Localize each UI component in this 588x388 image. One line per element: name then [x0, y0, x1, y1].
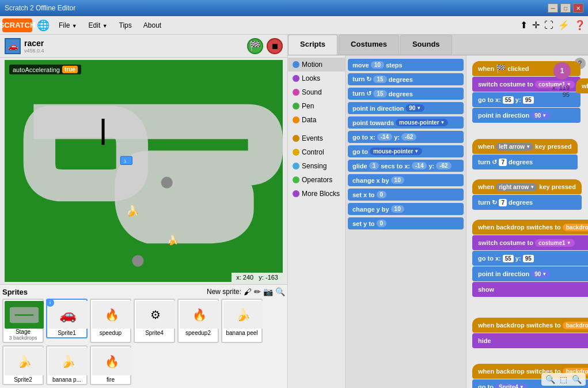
change-x-input[interactable]: 10 — [391, 176, 404, 184]
when-backdrop1-block[interactable]: when backdrop switches to backdrop1 — [472, 220, 588, 235]
green-flag-button[interactable]: 🏁 — [247, 38, 263, 54]
turn-cw-7-val[interactable]: 7 — [499, 199, 507, 206]
upload-icon[interactable]: ⬆ — [520, 20, 528, 31]
move-input[interactable]: 10 — [371, 61, 384, 69]
close-button[interactable]: ✕ — [573, 3, 583, 13]
fullscreen-icon[interactable]: ⛶ — [544, 20, 553, 31]
glide-block[interactable]: glide 1 secs to x: -14 y: -62 — [348, 160, 464, 172]
glide-x-input[interactable]: -14 — [412, 162, 427, 169]
search-sprite-button[interactable]: 🔍 — [275, 287, 285, 296]
cat-motion[interactable]: Motion — [288, 58, 345, 71]
turn-cw-input[interactable]: 15 — [373, 76, 386, 83]
turn-cw-7-block[interactable]: turn ↻ 7 degrees — [472, 195, 582, 210]
point-direction-block[interactable]: point in direction 90 — [348, 102, 464, 114]
banana-peel-thumb[interactable]: 🍌 banana peel — [221, 299, 263, 343]
maximize-button[interactable]: □ — [560, 3, 571, 13]
goto-dropdown[interactable]: mouse-pointer — [370, 148, 422, 155]
goto-y-val-1[interactable]: 95 — [523, 96, 534, 104]
change-x-block[interactable]: change x by 10 — [348, 174, 464, 186]
goto-y-val-4[interactable]: 95 — [523, 255, 534, 262]
camera-sprite-button[interactable]: 📷 — [263, 287, 273, 296]
left-arrow-key[interactable]: left arrow — [496, 143, 533, 150]
about-menu[interactable]: About — [139, 20, 166, 31]
show-block[interactable]: show — [472, 282, 588, 297]
file-menu[interactable]: File ▼ — [54, 20, 82, 31]
point-towards-block[interactable]: point towards mouse-pointer — [348, 116, 464, 129]
set-y-block[interactable]: set y to 0 — [348, 217, 464, 229]
cat-looks[interactable]: Looks — [288, 71, 345, 85]
minimize-button[interactable]: ─ — [548, 3, 558, 13]
backdrop2-dropdown[interactable]: backdrop2 — [563, 322, 588, 329]
set-y-input[interactable]: 0 — [377, 220, 387, 227]
move-block[interactable]: move 10 steps — [348, 59, 464, 71]
turn-cw-block[interactable]: turn ↻ 15 degrees — [348, 73, 464, 85]
switch-costume-label-1: switch costume to — [478, 81, 533, 88]
tab-sounds[interactable]: Sounds — [400, 35, 452, 55]
goto-x-val-1[interactable]: 55 — [503, 96, 514, 104]
turn-ccw-7-block[interactable]: turn ↺ 7 degrees — [472, 155, 578, 169]
cat-operators[interactable]: Operators — [288, 173, 345, 187]
hide-block[interactable]: hide — [472, 333, 588, 348]
zoom-in-button[interactable]: 🔍 — [570, 374, 583, 385]
when-left-arrow-block[interactable]: when left arrow key pressed — [472, 139, 578, 154]
point-dir-dropdown-4[interactable]: 90 — [531, 270, 550, 278]
cat-sound[interactable]: Sound — [288, 85, 345, 99]
cat-data[interactable]: Data — [288, 113, 345, 127]
right-arrow-key[interactable]: right arrow — [496, 183, 537, 191]
globe-icon[interactable]: 🌐 — [37, 19, 50, 32]
when-down-arrow-block[interactable]: when down arr — [576, 78, 588, 93]
point-towards-dropdown[interactable]: mouse-pointer — [396, 119, 448, 126]
help-icon[interactable]: ❓ — [574, 20, 586, 31]
cat-pen[interactable]: Pen — [288, 99, 345, 113]
cat-sensing[interactable]: Sensing — [288, 159, 345, 173]
point-dir-4-block[interactable]: point in direction 90 — [472, 266, 588, 281]
turn-ccw-7-val[interactable]: 7 — [499, 159, 507, 166]
turn-ccw-block[interactable]: turn ↺ 15 degrees — [348, 88, 464, 100]
tab-scripts[interactable]: Scripts — [288, 35, 337, 55]
zoom-out-button[interactable]: 🔍 — [544, 374, 557, 385]
point-dir-dropdown[interactable]: 90 — [405, 104, 424, 112]
banana-p-thumb[interactable]: 🍌 banana p... — [46, 345, 88, 385]
switch-costume-4-block[interactable]: switch costume to costume1 — [472, 235, 588, 250]
point-dir-1-block[interactable]: point in direction 90 — [472, 108, 581, 123]
set-x-block[interactable]: set x to 0 — [348, 189, 464, 201]
turn-ccw-input[interactable]: 15 — [373, 90, 386, 97]
change-y-input[interactable]: 10 — [391, 205, 404, 213]
goto-y-input[interactable]: -62 — [401, 133, 416, 141]
paint-sprite-button[interactable]: 🖌 — [244, 287, 252, 296]
backdrop1-dropdown[interactable]: backdrop1 — [563, 224, 588, 231]
sprite4-dropdown[interactable]: Sprite4 — [495, 383, 528, 389]
zoom-reset-button[interactable]: ⬚ — [558, 374, 569, 385]
when-right-arrow-block[interactable]: when right arrow key pressed — [472, 179, 582, 194]
speedup-thumb[interactable]: 🔥 speedup — [90, 299, 131, 343]
glide-secs-input[interactable]: 1 — [369, 162, 380, 169]
speedup2-thumb[interactable]: 🔥 speedup2 — [177, 299, 219, 343]
cat-control[interactable]: Control — [288, 145, 345, 159]
costume1-dropdown-4[interactable]: costume1 — [535, 239, 575, 247]
edit-menu[interactable]: Edit ▼ — [84, 20, 112, 31]
sprite2-thumb[interactable]: 🍌 Sprite2 — [2, 345, 44, 385]
cat-looks-label: Looks — [302, 74, 320, 82]
point-dir-dropdown-1[interactable]: 90 — [531, 112, 550, 119]
stop-button[interactable]: ⏹ — [267, 38, 283, 54]
cat-events[interactable]: Events — [288, 131, 345, 145]
set-x-input[interactable]: 0 — [377, 191, 387, 198]
stage-thumb[interactable]: Stage 3 backdrops — [2, 299, 44, 343]
upload-sprite-button[interactable]: ✏ — [254, 287, 261, 296]
when-backdrop2-block[interactable]: when backdrop switches to backdrop2 — [472, 318, 588, 333]
tab-costumes[interactable]: Costumes — [339, 35, 399, 55]
goto-x-val-4[interactable]: 55 — [503, 255, 514, 262]
tips-menu[interactable]: Tips — [115, 20, 136, 31]
goto-xy-block[interactable]: go to x: -14 y: -62 — [348, 131, 464, 143]
sprite4-thumb[interactable]: ⚙ Sprite4 — [134, 299, 175, 343]
goto-xy-4-block[interactable]: go to x: 55 y: 95 — [472, 251, 588, 266]
fire-thumb[interactable]: 🔥 fire — [90, 345, 131, 385]
change-y-block[interactable]: change y by 10 — [348, 203, 464, 215]
xy-display: x: 119 95 — [552, 84, 570, 98]
glide-y-input[interactable]: -62 — [436, 162, 451, 169]
turbo-icon[interactable]: ⚡ — [558, 20, 570, 31]
cursor-icon[interactable]: ✛ — [532, 20, 540, 31]
goto-mousepointer-block[interactable]: go to mouse-pointer — [348, 145, 464, 157]
cat-more-blocks[interactable]: More Blocks — [288, 187, 345, 201]
goto-x-input[interactable]: -14 — [377, 133, 392, 141]
